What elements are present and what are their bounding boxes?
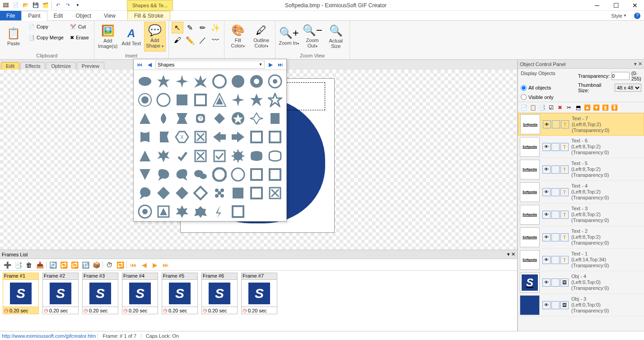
shape-option-35[interactable] <box>192 147 209 164</box>
frame-time-icon[interactable]: ⏱ <box>105 260 114 269</box>
new-icon[interactable]: 📄 <box>12 1 20 9</box>
frame-dup-icon[interactable]: 📑 <box>14 260 23 269</box>
shape-option-47[interactable] <box>267 166 284 183</box>
shapes-first-icon[interactable]: ⏮ <box>135 61 144 69</box>
add-images-button[interactable]: 🖼️Add Image(s) <box>97 22 119 52</box>
tab-paint[interactable]: Paint <box>21 11 47 21</box>
lock-icon[interactable] <box>551 165 560 174</box>
shape-option-17[interactable] <box>155 110 172 127</box>
paste-button[interactable]: 📋Paste <box>3 22 24 52</box>
shape-option-13[interactable] <box>229 91 246 108</box>
shape-option-12[interactable] <box>211 91 228 108</box>
obj-merge-icon[interactable]: ⬒ <box>574 104 582 112</box>
shape-option-38[interactable] <box>248 147 265 164</box>
shape-option-3[interactable] <box>192 73 209 90</box>
frame-tool1-icon[interactable]: 🔄 <box>48 260 57 269</box>
shapes-prev-icon[interactable]: ◀ <box>145 61 154 69</box>
shape-option-36[interactable] <box>211 147 228 164</box>
shape-option-43[interactable] <box>192 166 209 183</box>
lock-icon[interactable] <box>551 279 560 287</box>
tool-select[interactable]: ↖ <box>172 22 183 33</box>
save-icon[interactable]: 💾 <box>32 1 40 9</box>
object-row[interactable]: Softpedia👁TText - 3(Left:8,Top:2)(Transp… <box>518 203 644 226</box>
lock-icon[interactable] <box>552 120 560 128</box>
shape-option-2[interactable] <box>174 73 191 90</box>
shape-option-30[interactable] <box>248 129 265 146</box>
add-shape-button[interactable]: 💬Add Shape ▾ <box>144 22 166 52</box>
undo-icon[interactable]: ↶ <box>54 1 62 9</box>
frames-pin-icon[interactable]: ▾ <box>507 251 510 257</box>
frame-import-icon[interactable]: 📥 <box>35 260 44 269</box>
add-text-button[interactable]: AAdd Text <box>121 22 142 52</box>
thumb-size-select[interactable]: 48 x 48 <box>615 84 641 92</box>
tool-curve[interactable]: 〰 <box>210 34 221 46</box>
shape-option-48[interactable] <box>136 185 153 202</box>
tab-edit[interactable]: Edit <box>47 11 70 20</box>
maximize-button[interactable]: ☐ <box>607 0 625 11</box>
visibility-icon[interactable]: 👁 <box>542 256 551 264</box>
shape-option-5[interactable] <box>229 73 246 90</box>
shape-option-27[interactable] <box>192 129 209 146</box>
frame-add-icon[interactable]: ➕ <box>3 260 12 269</box>
shape-option-44[interactable] <box>211 166 228 183</box>
ws-tab-edit[interactable]: Edit <box>1 62 19 70</box>
shape-option-18[interactable] <box>174 110 191 127</box>
shape-option-25[interactable] <box>155 129 172 146</box>
tab-object[interactable]: Object <box>69 11 98 20</box>
shape-option-28[interactable] <box>211 129 228 146</box>
frame-last-icon[interactable]: ⏭ <box>161 260 170 269</box>
panel-close-icon[interactable]: ✕ <box>638 61 642 66</box>
shape-option-33[interactable] <box>155 147 172 164</box>
frame-item[interactable]: Frame #3S◷0.20 sec <box>82 273 118 329</box>
shape-option-58[interactable] <box>174 203 191 220</box>
shape-option-24[interactable] <box>136 129 153 146</box>
lock-icon[interactable] <box>551 188 560 196</box>
shape-option-16[interactable] <box>136 110 153 127</box>
obj-sel-icon[interactable]: ☑ <box>547 104 555 112</box>
shape-option-20[interactable] <box>211 110 228 127</box>
tool-wand[interactable]: ✨ <box>210 22 221 33</box>
obj-new-icon[interactable]: 📄 <box>520 104 528 112</box>
frame-tool3-icon[interactable]: 🔂 <box>70 260 79 269</box>
shape-option-57[interactable] <box>155 203 172 220</box>
object-row[interactable]: Softpedia👁TText - 6(Left:8,Top:2)(Transp… <box>518 136 644 158</box>
frame-tool2-icon[interactable]: 🔁 <box>59 260 68 269</box>
shape-option-41[interactable] <box>155 166 172 183</box>
shape-option-40[interactable] <box>136 166 153 183</box>
object-row[interactable]: Softpedia👁TText - 1(Left:14,Top:34)(Tran… <box>518 249 644 271</box>
obj-paste-icon[interactable]: 📑 <box>538 104 546 112</box>
shape-option-55[interactable] <box>267 185 284 202</box>
frame-first-icon[interactable]: ⏮ <box>129 260 138 269</box>
shape-option-61[interactable] <box>229 203 246 220</box>
frame-loop-icon[interactable]: 🔁 <box>116 260 125 269</box>
fill-color-button[interactable]: 🎨Fill Color▾ <box>227 22 249 52</box>
frame-item[interactable]: Frame #5S◷0.20 sec <box>162 273 198 329</box>
shape-option-39[interactable] <box>267 147 284 164</box>
tool-line[interactable]: ／ <box>197 34 209 46</box>
shape-option-15[interactable] <box>267 91 284 108</box>
shape-option-8[interactable] <box>136 91 153 108</box>
zoom-in-button[interactable]: 🔍+Zoom In▾ <box>278 22 300 52</box>
actual-size-button[interactable]: 🔍Actual Size <box>325 22 347 52</box>
visibility-icon[interactable]: 👁 <box>542 165 551 174</box>
shapes-next-icon[interactable]: ▶ <box>266 61 275 69</box>
shape-option-22[interactable] <box>248 110 265 127</box>
lock-icon[interactable] <box>551 143 560 151</box>
shape-option-19[interactable]: ? <box>192 110 209 127</box>
erase-button[interactable]: ✖Erase <box>68 33 91 42</box>
object-row[interactable]: 👁🖼Obj - 3(Left:0,Top:0)(Transparency:0) <box>518 294 644 316</box>
saveas-icon[interactable]: 🗂️ <box>42 1 50 9</box>
object-row[interactable]: Softpedia👁TText - 2(Left:8,Top:2)(Transp… <box>518 226 644 249</box>
ws-tab-optimize[interactable]: Optimize <box>46 62 75 70</box>
lock-icon[interactable] <box>551 211 560 219</box>
shape-option-21[interactable] <box>229 110 246 127</box>
lock-icon[interactable] <box>551 256 560 264</box>
obj-top-icon[interactable]: ⏫ <box>601 104 609 112</box>
frame-prev-icon[interactable]: ◀ <box>140 260 149 269</box>
copy-button[interactable]: 📄Copy <box>26 22 66 32</box>
visibility-icon[interactable]: 👁 <box>542 188 551 196</box>
obj-del-icon[interactable]: ✖ <box>556 104 564 112</box>
shape-option-50[interactable] <box>174 185 191 202</box>
shape-option-54[interactable] <box>248 185 265 202</box>
lock-icon[interactable] <box>551 233 560 241</box>
